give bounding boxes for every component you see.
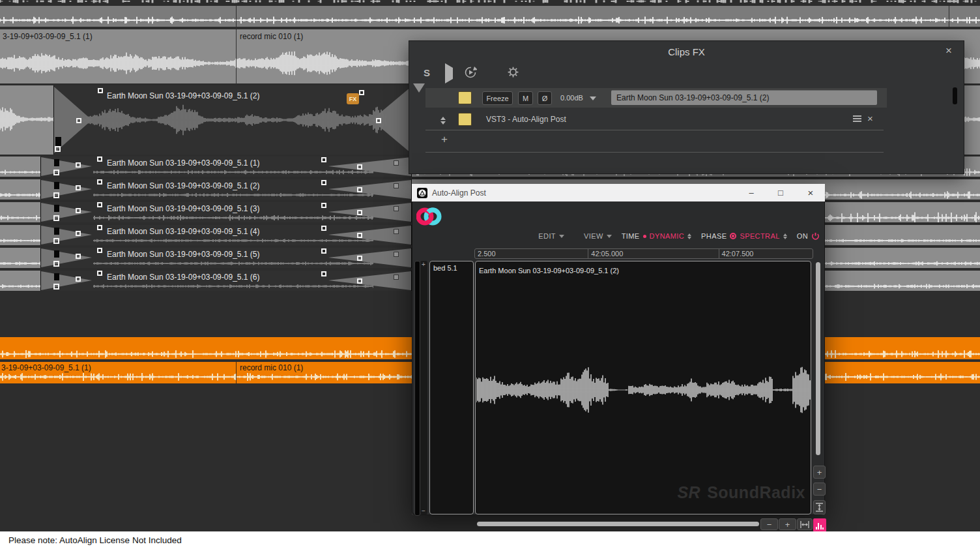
zoom-in-horizontal-button[interactable]: + <box>779 518 796 530</box>
phase-button[interactable]: Ø <box>538 91 552 105</box>
clip-handle[interactable] <box>54 182 59 189</box>
zoom-out-horizontal-button[interactable]: − <box>760 518 778 530</box>
panel-scrollbar[interactable] <box>953 87 957 104</box>
maximize-button[interactable]: □ <box>771 184 790 201</box>
on-toggle[interactable]: ON <box>797 232 820 241</box>
fade-handle[interactable] <box>97 225 102 230</box>
phase-mode-control[interactable]: PHASE SPECTRAL <box>701 231 787 241</box>
vertical-scrollbar[interactable] <box>414 261 420 516</box>
clip-handle[interactable] <box>394 275 399 280</box>
play-icon[interactable] <box>445 68 453 80</box>
clip-name-field[interactable]: Earth Moon Sun 03-19-09+03-09-09_5.1 (2) <box>611 90 877 105</box>
fade-handle[interactable] <box>76 276 81 282</box>
fade-handle[interactable] <box>53 238 59 244</box>
audio-clip[interactable]: Earth Moon Sun 03-19-09+03-09-09_5.1 (4) <box>40 225 412 245</box>
window-titlebar[interactable]: Auto-Align Post <box>412 184 825 201</box>
loop-play-icon[interactable] <box>464 66 477 82</box>
fade-handle[interactable] <box>76 118 81 123</box>
collapse-triangle-icon[interactable] <box>413 93 425 104</box>
zoom-out-vertical-button[interactable]: − <box>813 483 826 496</box>
clip-handle[interactable] <box>54 205 59 212</box>
plugin-menu-icon[interactable] <box>853 115 861 122</box>
overview-track-row[interactable] <box>0 6 980 27</box>
fade-handle[interactable] <box>321 248 326 254</box>
fade-handle[interactable] <box>376 118 381 123</box>
remove-plugin-icon[interactable]: × <box>867 113 873 123</box>
fade-handle[interactable] <box>53 192 59 198</box>
fade-handle[interactable] <box>76 231 81 236</box>
fade-handle[interactable] <box>53 170 59 175</box>
time-mode-control[interactable]: TIME DYNAMIC <box>622 231 691 241</box>
audio-clip[interactable]: Earth Moon Sun 03-19-09+03-09-09_5.1 (1) <box>40 156 412 177</box>
fade-handle[interactable] <box>357 256 362 261</box>
enable-checkbox[interactable] <box>458 91 472 104</box>
waveform-panel[interactable]: Earth Moon Sun 03-19-09+03-09-09_5.1 (2)… <box>475 261 811 514</box>
fade-handle[interactable] <box>97 202 102 207</box>
close-icon[interactable]: × <box>945 45 952 56</box>
fade-handle[interactable] <box>76 162 81 168</box>
clip-handle[interactable] <box>54 273 59 280</box>
zoom-out-button[interactable]: − <box>422 507 425 514</box>
fade-handle[interactable] <box>97 156 102 162</box>
reorder-handle[interactable] <box>440 114 446 127</box>
clip-handle[interactable] <box>394 160 399 166</box>
plugin-enable-checkbox[interactable] <box>458 113 472 126</box>
zoom-in-button[interactable]: + <box>422 261 425 268</box>
fade-handle[interactable] <box>357 233 362 238</box>
selected-audio-clip[interactable]: Earth Moon Sun 03-19-09+03-09-09_5.1 (2)… <box>53 85 412 155</box>
fade-handle[interactable] <box>97 271 102 276</box>
right-scrollbar[interactable] <box>816 262 820 455</box>
audio-clip[interactable]: Earth Moon Sun 03-19-09+03-09-09_5.1 (6) <box>40 271 412 291</box>
fade-handle[interactable] <box>97 179 102 185</box>
solo-button[interactable]: S <box>424 67 430 78</box>
fx-badge[interactable]: FX <box>347 93 359 104</box>
plugin-slot-label[interactable]: VST3 - Auto-Align Post <box>486 115 566 124</box>
freeze-button[interactable]: Freeze <box>482 91 513 105</box>
fade-handle[interactable] <box>359 90 364 95</box>
gain-dropdown-icon[interactable] <box>590 97 596 100</box>
timeline-ruler[interactable]: 2.500 42:05.000 42:07.500 <box>474 248 813 259</box>
fit-horizontal-button[interactable] <box>797 518 813 530</box>
fade-handle[interactable] <box>97 248 102 253</box>
fade-handle[interactable] <box>357 164 362 170</box>
clip-handle[interactable] <box>54 159 59 166</box>
minimize-button[interactable]: – <box>742 184 761 201</box>
fade-handle[interactable] <box>357 187 362 192</box>
fade-handle[interactable] <box>321 203 326 208</box>
waveform-view-button[interactable] <box>813 518 826 532</box>
gear-icon[interactable] <box>506 65 520 82</box>
clip-handle[interactable] <box>394 229 399 234</box>
audio-clip[interactable]: Earth Moon Sun 03-19-09+03-09-09_5.1 (3) <box>40 202 412 222</box>
fade-handle[interactable] <box>357 278 362 284</box>
fade-handle[interactable] <box>98 88 103 93</box>
track-header-panel[interactable]: bed 5.1 <box>429 261 474 514</box>
fade-handle[interactable] <box>55 146 61 152</box>
fit-vertical-button[interactable] <box>813 500 826 514</box>
fade-handle[interactable] <box>321 180 326 185</box>
view-menu[interactable]: VIEW <box>584 232 612 240</box>
zoom-in-vertical-button[interactable]: + <box>813 466 826 479</box>
clip-handle[interactable] <box>394 206 399 211</box>
close-button[interactable]: × <box>801 184 820 201</box>
clip-handle[interactable] <box>54 250 59 258</box>
fade-handle[interactable] <box>357 210 362 215</box>
fade-handle[interactable] <box>53 261 59 267</box>
fade-handle[interactable] <box>321 157 326 162</box>
fade-handle[interactable] <box>321 226 326 231</box>
clip-handle[interactable] <box>394 183 399 188</box>
horizontal-scrollbar[interactable] <box>477 522 759 526</box>
fade-handle[interactable] <box>76 208 81 213</box>
fade-handle[interactable] <box>76 185 81 190</box>
fade-handle[interactable] <box>53 284 59 290</box>
gain-value[interactable]: 0.00dB <box>560 94 583 102</box>
clip-handle[interactable] <box>394 252 399 257</box>
fade-handle[interactable] <box>76 254 81 259</box>
audio-clip[interactable]: Earth Moon Sun 03-19-09+03-09-09_5.1 (2) <box>40 179 412 200</box>
fade-handle[interactable] <box>53 215 59 221</box>
add-plugin-button[interactable]: + <box>441 133 448 146</box>
edit-menu[interactable]: EDIT <box>538 232 564 240</box>
mute-button[interactable]: M <box>518 91 533 105</box>
fade-handle[interactable] <box>321 271 326 276</box>
audio-clip[interactable]: Earth Moon Sun 03-19-09+03-09-09_5.1 (5) <box>40 248 412 268</box>
clip-handle[interactable] <box>55 137 61 146</box>
